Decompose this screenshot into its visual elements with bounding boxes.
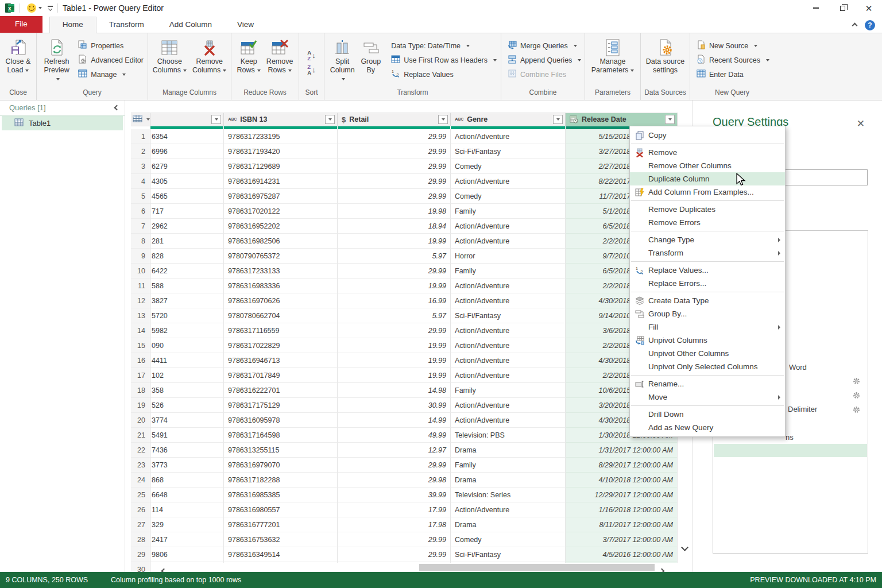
column-header-genre[interactable]: ABC Genre <box>451 113 566 126</box>
table-cell[interactable]: 5.97 <box>338 249 451 264</box>
table-cell[interactable]: Action/Adventure <box>451 174 566 189</box>
menu-item-replace-errors[interactable]: Replace Errors... <box>630 277 785 290</box>
table-cell[interactable]: 19.99 <box>338 338 451 353</box>
applied-step-selected[interactable] <box>714 444 867 457</box>
table-cell[interactable]: Action/Adventure <box>451 398 566 413</box>
filter-button[interactable] <box>665 115 675 124</box>
menu-item-fill[interactable]: Fill <box>630 320 785 334</box>
table-cell[interactable]: 5.97 <box>338 308 451 323</box>
remove-columns-button[interactable]: RemoveColumns <box>189 36 229 76</box>
table-cell[interactable]: 9786317193420 <box>224 144 338 159</box>
table-cell[interactable]: 9786316975287 <box>224 189 338 204</box>
close-and-load-button[interactable]: Close &Load <box>3 36 34 76</box>
table-cell[interactable]: 29.99 <box>338 174 451 189</box>
data-source-settings-button[interactable]: Data sourcesettings <box>643 36 687 76</box>
table-cell[interactable]: 9786316222701 <box>224 383 338 398</box>
table-cell[interactable]: 3/7/2017 12:00:00 AM <box>566 532 678 547</box>
refresh-preview-button[interactable]: RefreshPreview <box>39 36 74 85</box>
table-cell[interactable]: 9786316983336 <box>224 278 338 293</box>
table-cell[interactable]: Family <box>451 264 566 278</box>
menu-item-remove-duplicates[interactable]: Remove Duplicates <box>630 203 785 216</box>
table-cell[interactable]: 6279 <box>150 159 224 174</box>
table-cell[interactable]: 30.99 <box>338 398 451 413</box>
table-cell[interactable]: 1/16/2018 12:00:00 AM <box>566 502 678 517</box>
close-pane-icon[interactable]: ✕ <box>857 118 865 130</box>
query-item-table1[interactable]: Table1 <box>2 116 123 130</box>
table-cell[interactable]: 9786316946713 <box>224 353 338 368</box>
menu-item-unpivot-other-columns[interactable]: Unpivot Other Columns <box>630 347 785 360</box>
table-cell[interactable]: 2417 <box>150 532 224 547</box>
menu-item-add-column-from-examples[interactable]: Add Column From Examples... <box>630 185 785 199</box>
table-cell[interactable]: 4305 <box>150 174 224 189</box>
table-cell[interactable]: 588 <box>150 278 224 293</box>
table-cell[interactable]: 12.97 <box>338 443 451 458</box>
table-cell[interactable]: 9786317129689 <box>224 159 338 174</box>
scroll-down-icon[interactable] <box>682 542 687 552</box>
menu-item-copy[interactable]: Copy <box>630 129 785 142</box>
menu-item-change-type[interactable]: Change Type <box>630 233 785 246</box>
minimize-button[interactable] <box>803 0 829 16</box>
filter-button[interactable] <box>438 115 448 124</box>
table-cell[interactable]: Action/Adventure <box>451 323 566 338</box>
smiley-dropdown-icon[interactable] <box>38 7 42 9</box>
table-cell[interactable]: 29.99 <box>338 532 451 547</box>
help-icon[interactable]: ? <box>865 20 875 30</box>
table-cell[interactable]: 3774 <box>150 413 224 428</box>
table-cell[interactable]: 5491 <box>150 428 224 443</box>
table-cell[interactable]: Family <box>451 383 566 398</box>
table-cell[interactable]: 9786317022829 <box>224 338 338 353</box>
table-cell[interactable]: Television: Series <box>451 488 566 502</box>
table-cell[interactable]: 717 <box>150 204 224 219</box>
table-cell[interactable]: 9786317182288 <box>224 473 338 488</box>
collapse-ribbon-icon[interactable] <box>852 22 858 28</box>
table-cell[interactable]: Drama <box>451 443 566 458</box>
step-settings-gear-icon[interactable] <box>853 377 860 387</box>
table-cell[interactable]: 4411 <box>150 353 224 368</box>
scrollbar-thumb[interactable] <box>419 564 655 571</box>
applied-step-fragment[interactable]: ns <box>786 433 794 442</box>
menu-item-replace-values[interactable]: 12Replace Values... <box>630 264 785 277</box>
table-cell[interactable]: 17.98 <box>338 517 451 532</box>
table-cell[interactable]: 12/29/2017 12:00:00 AM <box>566 488 678 502</box>
table-cell[interactable]: Sci-Fi/Fantasy <box>451 547 566 562</box>
table-cell[interactable]: 9780790765372 <box>224 249 338 264</box>
menu-item-remove-errors[interactable]: Remove Errors <box>630 216 785 229</box>
select-all-corner[interactable] <box>131 113 150 126</box>
table-cell[interactable]: 18.94 <box>338 219 451 234</box>
table-cell[interactable]: 114 <box>150 502 224 517</box>
filter-button[interactable] <box>211 115 221 124</box>
table-cell[interactable]: Action/Adventure <box>451 368 566 383</box>
sort-descending-button[interactable]: ZA ↓ <box>304 63 319 77</box>
table-cell[interactable]: 8/11/2017 12:00:00 AM <box>566 517 678 532</box>
table-cell[interactable]: 9786317017849 <box>224 368 338 383</box>
applied-step-fragment[interactable]: Word <box>789 363 807 372</box>
table-cell[interactable]: 9786317164598 <box>224 428 338 443</box>
table-cell[interactable]: Comedy <box>451 532 566 547</box>
table-cell[interactable]: 9786317233133 <box>224 264 338 278</box>
applied-step-fragment[interactable]: Delimiter <box>788 405 817 413</box>
table-cell[interactable]: 4565 <box>150 189 224 204</box>
table-cell[interactable]: Horror <box>451 249 566 264</box>
table-cell[interactable]: 49.99 <box>338 428 451 443</box>
table-cell[interactable]: 9786317116559 <box>224 323 338 338</box>
new-source-button[interactable]: New Source <box>693 38 773 53</box>
table-cell[interactable]: 4/10/2018 12:00:00 AM <box>566 473 678 488</box>
table-cell[interactable]: 9786316349514 <box>224 547 338 562</box>
table-cell[interactable]: Action/Adventure <box>451 129 566 144</box>
table-cell[interactable]: Action/Adventure <box>451 278 566 293</box>
table-cell[interactable]: 1/31/2017 12:00:00 AM <box>566 443 678 458</box>
table-cell[interactable]: 29.99 <box>338 458 451 473</box>
table-cell[interactable]: Family <box>451 204 566 219</box>
filter-button[interactable] <box>325 115 335 124</box>
table-cell[interactable]: 9786317233195 <box>224 129 338 144</box>
table-cell[interactable]: 29.99 <box>338 159 451 174</box>
table-cell[interactable]: 29.99 <box>338 547 451 562</box>
replace-values-button[interactable]: 12 Replace Values <box>387 67 501 82</box>
table-cell[interactable]: 17.99 <box>338 502 451 517</box>
table-cell[interactable]: 16.99 <box>338 293 451 308</box>
collapse-pane-icon[interactable] <box>114 105 120 111</box>
table-cell[interactable]: 9780780662704 <box>224 308 338 323</box>
status-profiling-info[interactable]: Column profiling based on top 1000 rows <box>111 576 241 584</box>
use-first-row-as-headers-button[interactable]: Use First Row as Headers <box>387 53 501 67</box>
table-cell[interactable]: Television: PBS <box>451 428 566 443</box>
